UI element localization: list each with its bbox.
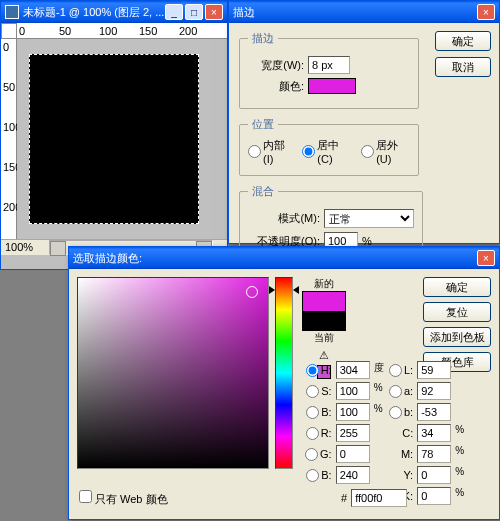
- pos-outside-radio[interactable]: 居外(U): [361, 138, 410, 165]
- color-swatch[interactable]: [308, 78, 356, 94]
- stroke-dialog-title: 描边: [233, 5, 255, 20]
- ok-button[interactable]: 确定: [435, 31, 491, 51]
- s-radio[interactable]: [306, 385, 319, 398]
- close-button[interactable]: ×: [205, 4, 223, 20]
- h-input[interactable]: [336, 361, 370, 379]
- canvas-selection[interactable]: [29, 54, 199, 224]
- document-titlebar[interactable]: 未标题-1 @ 100% (图层 2, ... _ □ ×: [1, 1, 227, 23]
- document-window: 未标题-1 @ 100% (图层 2, ... _ □ × 0 50 100 1…: [0, 0, 228, 270]
- stroke-section-legend: 描边: [248, 31, 278, 46]
- g-radio[interactable]: [305, 448, 318, 461]
- blue-input[interactable]: [336, 466, 370, 484]
- ruler-corner: [1, 23, 17, 39]
- l-input[interactable]: [417, 361, 451, 379]
- color-picker-dialog: 选取描边颜色: × 新的 当前 ⚠ 确定 复位 添加到色板 颜色库 H:度 S:…: [68, 246, 500, 520]
- cancel-button[interactable]: 取消: [435, 57, 491, 77]
- ruler-horizontal: 0 50 100 150 200: [17, 23, 227, 39]
- k-input[interactable]: [417, 487, 451, 505]
- current-label: 当前: [314, 331, 334, 345]
- ruler-vertical: 0 50 100 150 200: [1, 39, 17, 239]
- pos-inside-radio[interactable]: 内部(I): [248, 138, 292, 165]
- add-swatch-button[interactable]: 添加到色板: [423, 327, 491, 347]
- stroke-dialog-titlebar[interactable]: 描边 ×: [229, 1, 499, 23]
- lab-b-radio[interactable]: [389, 406, 402, 419]
- new-color: [303, 292, 345, 311]
- document-title: 未标题-1 @ 100% (图层 2, ...: [23, 5, 165, 20]
- picker-reset-button[interactable]: 复位: [423, 302, 491, 322]
- b-radio[interactable]: [306, 406, 319, 419]
- close-icon[interactable]: ×: [477, 4, 495, 20]
- current-color: [303, 311, 345, 330]
- canvas-area[interactable]: [17, 39, 211, 239]
- zoom-level[interactable]: 100%: [5, 241, 33, 253]
- width-label: 宽度(W):: [248, 58, 304, 73]
- h-radio[interactable]: [306, 364, 319, 377]
- hex-label: #: [341, 492, 347, 504]
- hex-input[interactable]: [351, 489, 407, 507]
- mode-select[interactable]: 正常: [324, 209, 414, 228]
- blue-radio[interactable]: [306, 469, 319, 482]
- mode-label: 模式(M):: [248, 211, 320, 226]
- pos-center-radio[interactable]: 居中(C): [302, 138, 351, 165]
- blend-legend: 混合: [248, 184, 278, 199]
- color-label: 颜色:: [248, 79, 304, 94]
- r-radio[interactable]: [306, 427, 319, 440]
- width-input[interactable]: [308, 56, 350, 74]
- hue-slider[interactable]: [275, 277, 293, 469]
- picker-title: 选取描边颜色:: [73, 251, 142, 266]
- close-icon[interactable]: ×: [477, 250, 495, 266]
- y-input[interactable]: [417, 466, 451, 484]
- web-only-checkbox[interactable]: 只有 Web 颜色: [79, 490, 168, 507]
- stroke-dialog: 描边 × 确定 取消 描边 宽度(W): 颜色: 位置 内部(I) 居中(C) …: [228, 0, 500, 244]
- m-input[interactable]: [417, 445, 451, 463]
- picker-ok-button[interactable]: 确定: [423, 277, 491, 297]
- color-preview: [302, 291, 346, 331]
- lab-b-input[interactable]: [417, 403, 451, 421]
- l-radio[interactable]: [389, 364, 402, 377]
- g-input[interactable]: [336, 445, 370, 463]
- picker-titlebar[interactable]: 选取描边颜色: ×: [69, 247, 499, 269]
- bright-input[interactable]: [336, 403, 370, 421]
- maximize-button[interactable]: □: [185, 4, 203, 20]
- color-field[interactable]: [77, 277, 269, 469]
- ps-icon: [5, 5, 19, 19]
- new-label: 新的: [314, 277, 334, 291]
- c-input[interactable]: [417, 424, 451, 442]
- a-radio[interactable]: [389, 385, 402, 398]
- position-legend: 位置: [248, 117, 278, 132]
- s-input[interactable]: [336, 382, 370, 400]
- minimize-button[interactable]: _: [165, 4, 183, 20]
- a-input[interactable]: [417, 382, 451, 400]
- r-input[interactable]: [336, 424, 370, 442]
